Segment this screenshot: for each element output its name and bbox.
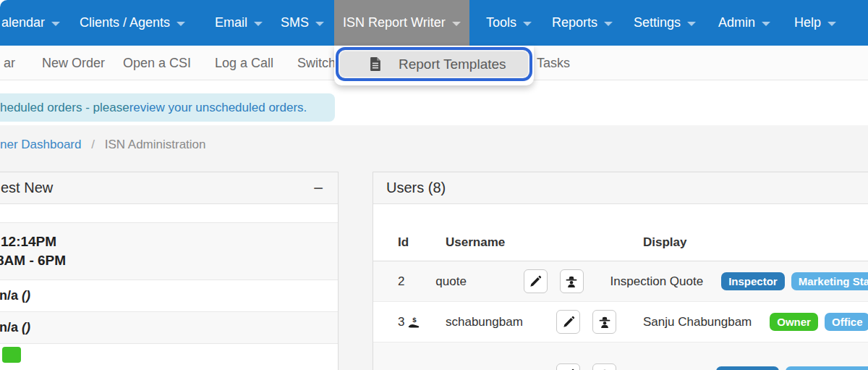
edit-user-button[interactable] <box>556 363 580 370</box>
users-panel-title: Users (8) <box>386 180 446 196</box>
list-item-partial <box>0 343 338 363</box>
breadcrumb-dashboard-link[interactable]: ner Dashboard <box>0 138 81 151</box>
user-id: 2 <box>398 274 404 289</box>
nav-item-isn-report-writer[interactable]: ISN Report Writer <box>334 0 469 46</box>
nav-item-label: ISN Report Writer <box>343 15 446 30</box>
nav-item-label: Clients / Agents <box>80 15 170 30</box>
user-id: 3 <box>398 315 404 329</box>
role-badge-marketing-staff: Marketing Staff <box>786 366 868 370</box>
role-badge-office: Office <box>825 313 868 331</box>
toolbar-item-label: Log a Call <box>215 56 273 71</box>
menu-item-report-templates[interactable]: Report Templates <box>336 47 532 81</box>
table-row-user-schabungbam: 3 $ schabungbam Sanju Chabungbam <box>373 302 868 342</box>
impersonate-user-button[interactable] <box>592 363 616 370</box>
schedule-time: 12:14PM <box>1 234 56 249</box>
role-badges: Inspector Marketing Staff <box>716 366 868 370</box>
cell-display: Sanju Chabungbam Owner Office <box>643 313 868 331</box>
users-panel-header: Users (8) <box>373 172 868 204</box>
breadcrumb-current-page: ISN Administration <box>105 138 206 151</box>
role-badge-marketing-staff: Marketing Staff <box>791 272 868 290</box>
column-header-id: Id <box>398 235 409 250</box>
column-header-display: Display <box>643 235 686 250</box>
toolbar-item-calendar[interactable]: ar <box>4 46 15 80</box>
breadcrumb-separator: / <box>91 138 95 151</box>
hand-holding-dollar-icon: $ <box>408 316 423 329</box>
nav-item-reports[interactable]: Reports <box>545 0 620 46</box>
edit-user-button[interactable] <box>556 310 580 334</box>
caret-down-icon <box>176 22 185 26</box>
nav-item-clients-agents[interactable]: Clients / Agents <box>72 0 192 46</box>
caret-down-icon <box>254 22 263 26</box>
toolbar-item-label: Switch <box>297 56 336 71</box>
role-badges: Inspector Marketing Staff <box>721 272 868 290</box>
alert-review-link[interactable]: review your unscheduled orders. <box>129 101 307 115</box>
caret-down-icon <box>604 22 613 26</box>
left-panel-header: est New − <box>0 172 338 204</box>
nav-item-sms[interactable]: SMS <box>273 0 331 46</box>
na-suffix: () <box>22 288 30 303</box>
nav-item-admin[interactable]: Admin <box>711 0 778 46</box>
alert-text: heduled orders - please <box>0 101 129 115</box>
display-name: Inspection Quote <box>610 274 704 289</box>
user-secret-icon <box>598 316 611 329</box>
toolbar-item-label: Tasks <box>537 56 570 71</box>
role-badges: Owner Office <box>770 313 868 331</box>
username: schabungbam <box>446 315 523 329</box>
nav-item-settings[interactable]: Settings <box>626 0 703 46</box>
breadcrumb: ner Dashboard / ISN Administration <box>0 138 206 152</box>
pencil-icon <box>529 275 542 288</box>
table-row-user-quote: 2 quote Inspection Quote Inspector Marke… <box>373 261 868 302</box>
nav-item-help[interactable]: Help <box>787 0 843 46</box>
caret-down-icon <box>452 22 461 26</box>
cell-username: quote <box>435 274 523 289</box>
cell-display: Inspection Quote Inspector Marketing Sta… <box>610 272 868 290</box>
toolbar-item-new-order[interactable]: New Order <box>42 46 105 80</box>
users-panel: Users (8) Id Username Display 2 quote <box>373 172 868 370</box>
main-navbar: alendar Clients / Agents Email SMS ISN R… <box>0 0 868 46</box>
minus-icon[interactable]: − <box>313 180 323 197</box>
green-badge-clipped <box>2 347 21 363</box>
caret-down-icon <box>827 22 836 26</box>
caret-down-icon <box>315 22 324 26</box>
edit-user-button[interactable] <box>524 269 548 293</box>
nav-item-label: Help <box>794 15 821 30</box>
toolbar-item-tasks[interactable]: Tasks <box>537 46 570 80</box>
cell-display: RW TEST Inspector Marketing Staff <box>643 366 868 370</box>
cell-id: 2 <box>398 274 435 289</box>
svg-text:$: $ <box>413 316 417 324</box>
file-lines-icon <box>370 57 381 71</box>
toolbar-item-switch[interactable]: Switch <box>297 46 336 80</box>
caret-down-icon <box>687 22 696 26</box>
caret-down-icon <box>762 22 770 26</box>
pencil-icon <box>562 316 575 329</box>
cell-id: 3 $ <box>398 315 446 329</box>
list-item-na-1: n/a() <box>0 279 338 311</box>
menu-item-label: Report Templates <box>399 56 506 72</box>
nav-item-label: Email <box>215 15 247 30</box>
toolbar-item-log-call[interactable]: Log a Call <box>215 46 273 80</box>
nav-item-tools[interactable]: Tools <box>479 0 539 46</box>
nav-item-label: Settings <box>634 15 681 30</box>
unscheduled-orders-alert: heduled orders - please review your unsc… <box>0 93 335 122</box>
users-table-header: Id Username Display <box>373 225 868 261</box>
role-badge-inspector: Inspector <box>721 272 785 290</box>
role-badge-owner: Owner <box>770 313 818 331</box>
impersonate-user-button[interactable] <box>592 310 616 334</box>
left-panel-title: est New <box>1 180 53 196</box>
column-header-username: Username <box>446 235 505 250</box>
nav-item-label: alendar <box>1 15 45 30</box>
toolbar-item-open-csi[interactable]: Open a CSI <box>123 46 191 80</box>
table-row-user-rw-test: 4 rw-test RW TEST Inspector Marketing St… <box>373 342 868 370</box>
na-suffix: () <box>22 320 30 335</box>
cell-username: schabungbam <box>446 315 556 329</box>
na-value: n/a <box>0 288 18 303</box>
list-item-schedule: 12:14PM 8AM - 6PM <box>0 222 338 279</box>
impersonate-user-button[interactable] <box>560 269 584 293</box>
user-secret-icon <box>565 275 578 288</box>
nav-item-label: Admin <box>718 15 755 30</box>
toolbar-item-label: Open a CSI <box>123 56 191 71</box>
left-panel: est New − 12:14PM 8AM - 6PM n/a() n/a() <box>0 172 339 370</box>
list-item-na-2: n/a() <box>0 311 338 343</box>
nav-item-calendar[interactable]: alendar <box>0 0 67 46</box>
nav-item-email[interactable]: Email <box>208 0 270 46</box>
